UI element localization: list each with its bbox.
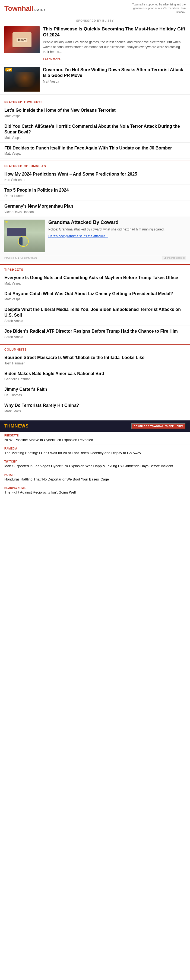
sponsored-label: SPONSORED BY BLISSY [0, 17, 190, 23]
article-author: Matt Vespa [4, 152, 186, 156]
article-title[interactable]: Joe Biden's Radical ATF Director Resigns… [4, 329, 186, 334]
article-title[interactable]: Germany's New Morgenthau Plan [4, 204, 186, 209]
logo-subtitle: Daily [35, 8, 46, 11]
article-title[interactable]: Let's Go Inside the Home of the New Orle… [4, 108, 186, 113]
vip-badge: VIP [5, 68, 12, 72]
article-title[interactable]: Top 5 People in Politics in 2024 [4, 188, 186, 193]
ad-card-grandma: Grandma Attacked By Coward Police: Grand… [0, 217, 190, 255]
article-title[interactable]: Bourbon Street Massacre Is What 'Globali… [4, 355, 186, 361]
surveillance-car [7, 228, 26, 236]
article-title[interactable]: Did Anyone Catch What Was Odd About Liz … [4, 291, 186, 297]
article-title[interactable]: FBI Decides to Punch Itself in the Face … [4, 145, 186, 151]
list-item: Everyone Is Going Nuts and Committing Ac… [0, 272, 190, 288]
article-author: Victor Davis Hanson [4, 210, 186, 214]
ad-sponsored-badge: Sponsored Content [162, 256, 186, 259]
sponsored-image: blissy [4, 26, 40, 53]
list-item: Let's Go Inside the Home of the New Orle… [0, 105, 190, 121]
article-author: Gabriella Hoffman [4, 377, 186, 381]
article-author: Matt Vespa [4, 282, 186, 285]
tipsheets-header: TIPSHEETS [0, 264, 190, 272]
thmnews-header: THMNEWS DOWNLOAD TOWNHALL'S APP HERE! [0, 420, 190, 432]
article-author: Kurt Schlichter [4, 178, 186, 182]
columnists-header: COLUMNISTS [0, 344, 190, 352]
article-author: Matt Vespa [4, 298, 186, 301]
powered-by-brand: ▶ ContentStream [18, 256, 37, 259]
featured-tipsheets-header: FEATURED TIPSHEETS [0, 97, 190, 105]
news-source-item: Bearing Arms The Fight Against Reciproci… [0, 484, 190, 497]
list-item: Why Do Terrorists Rarely Hit China? Mark… [0, 400, 190, 416]
news-source-item: HotAir Honduras Rattling That 'No Deport… [0, 471, 190, 484]
surveillance-highlight-circle [18, 236, 29, 247]
news-source-name: Twitchy [4, 460, 186, 463]
ad-card-content: Grandma Attacked By Coward Police: Grand… [48, 220, 186, 239]
sponsored-card-desc: People usually want TVs, video games, th… [43, 40, 186, 54]
surveillance-dot [5, 221, 8, 223]
thmnews-logo: THMNEWS [4, 424, 29, 429]
list-item: Jimmy Carter's Faith Cal Thomas [0, 384, 190, 400]
list-item: Did You Catch AllState's Horrific Commer… [0, 121, 190, 143]
article-author: Sarah Arnold [4, 319, 186, 323]
header-tagline: Townhall is supported by advertising and… [131, 3, 186, 14]
sponsored-card-content: This Pillowcase Is Quickly Becoming The … [43, 26, 186, 61]
news-source-name: PJ Media [4, 447, 186, 450]
thmnews-logo-thm: THM [4, 424, 15, 428]
list-item: How My 2024 Predictions Went – And Some … [0, 169, 190, 185]
article-author: Matt Vespa [4, 114, 186, 118]
learn-more-link[interactable]: Learn More [43, 57, 60, 61]
logo-title: Townhall [4, 4, 33, 13]
article-title[interactable]: Why Do Terrorists Rarely Hit China? [4, 403, 186, 409]
list-item: Top 5 People in Politics in 2024 Derek H… [0, 185, 190, 201]
thmnews-app-button[interactable]: DOWNLOAD TOWNHALL'S APP HERE! [131, 423, 186, 429]
article-title[interactable]: How My 2024 Predictions Went – And Some … [4, 172, 186, 177]
vip-article-image: VIP [4, 67, 40, 92]
blissy-brand-label: blissy [17, 38, 27, 42]
news-source-item: Twitchy Man Suspected in Las Vegas Cyber… [0, 458, 190, 471]
ad-card-description: Police: Grandma attacked by coward, what… [48, 227, 186, 232]
article-author: Josh Hammer [4, 361, 186, 365]
sponsored-card-title: This Pillowcase Is Quickly Becoming The … [43, 26, 186, 38]
news-source-title[interactable]: The Morning Briefing: I Can't Wait for A… [4, 450, 186, 455]
ad-card-link[interactable]: Here's how grandma stuns the attacker… [48, 234, 108, 238]
news-source-title[interactable]: NEW: Possible Motive in Cybertruck Explo… [4, 438, 186, 442]
news-source-item: PJ Media The Morning Briefing: I Can't W… [0, 445, 190, 458]
list-item: Germany's New Morgenthau Plan Victor Dav… [0, 201, 190, 217]
vip-article-author: Matt Vespa [43, 80, 186, 83]
list-item: FBI Decides to Punch Itself in the Face … [0, 143, 190, 159]
vip-lights-decoration [8, 72, 36, 87]
news-source-title[interactable]: Honduras Rattling That 'No Deportar or W… [4, 477, 186, 482]
article-title[interactable]: Jimmy Carter's Faith [4, 387, 186, 393]
news-source-title[interactable]: Man Suspected in Las Vegas Cybertruck Ex… [4, 464, 186, 469]
sponsored-card: blissy This Pillowcase Is Quickly Becomi… [0, 23, 190, 64]
list-item: Despite What the Liberal Media Tells You… [0, 304, 190, 326]
vip-card-content: Governor, I'm Not Sure Wolfing Down Stea… [43, 67, 186, 83]
ad-card-title[interactable]: Grandma Attacked By Coward [48, 220, 186, 226]
article-author: Sarah Arnold [4, 335, 186, 339]
news-source-name: Bearing Arms [4, 487, 186, 490]
news-source-title[interactable]: The Fight Against Reciprocity Isn't Goin… [4, 490, 186, 495]
featured-columnists-header: FEATURED COLUMNISTS [0, 161, 190, 169]
article-title[interactable]: Did You Catch AllState's Horrific Commer… [4, 124, 186, 135]
article-author: Derek Hunter [4, 194, 186, 198]
list-item: Did Anyone Catch What Was Odd About Liz … [0, 288, 190, 304]
powered-by-label: Powered by [4, 256, 17, 259]
list-item: Bourbon Street Massacre Is What 'Globali… [0, 352, 190, 368]
site-logo[interactable]: Townhall Daily [4, 4, 46, 13]
thmnews-logo-news: NEWS [15, 424, 29, 428]
news-source-name: RedState [4, 434, 186, 437]
blissy-box: blissy [13, 32, 32, 47]
list-item: Biden Makes Bald Eagle America's Nationa… [0, 368, 190, 384]
vip-article-title[interactable]: Governor, I'm Not Sure Wolfing Down Stea… [43, 67, 186, 78]
article-title[interactable]: Biden Makes Bald Eagle America's Nationa… [4, 371, 186, 377]
list-item: Joe Biden's Radical ATF Director Resigns… [0, 326, 190, 342]
site-header: Townhall Daily Townhall is supported by … [0, 0, 190, 17]
article-title[interactable]: Everyone Is Going Nuts and Committing Ac… [4, 275, 186, 281]
article-author: Mark Lewis [4, 409, 186, 413]
news-source-item: RedState NEW: Possible Motive in Cybertr… [0, 432, 190, 445]
article-title[interactable]: Despite What the Liberal Media Tells You… [4, 307, 186, 318]
surveillance-background [4, 220, 45, 252]
article-author: Matt Vespa [4, 136, 186, 140]
vip-article-card: VIP Governor, I'm Not Sure Wolfing Down … [0, 64, 190, 95]
ad-card-image [4, 220, 45, 252]
news-source-name: HotAir [4, 473, 186, 476]
article-author: Cal Thomas [4, 393, 186, 397]
